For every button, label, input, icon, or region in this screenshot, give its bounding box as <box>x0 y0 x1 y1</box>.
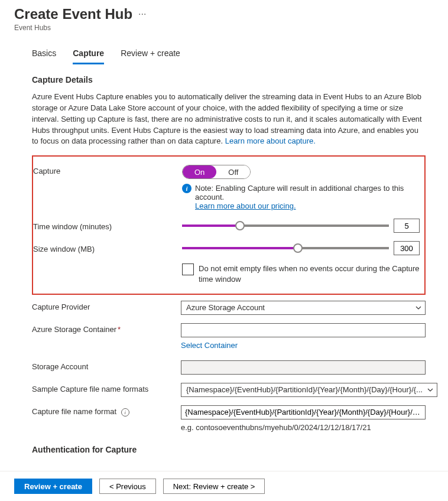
capture-note: Note: Enabling Capture will result in ad… <box>195 184 420 210</box>
size-window-value[interactable] <box>394 241 420 255</box>
capture-provider-select[interactable]: Azure Storage Account <box>181 301 426 315</box>
capture-note-text: Note: Enabling Capture will result in ad… <box>195 184 404 201</box>
tab-bar: Basics Capture Review + create <box>32 45 426 64</box>
time-window-slider[interactable] <box>182 220 389 232</box>
capture-toggle-on[interactable]: On <box>183 165 216 178</box>
select-container-link[interactable]: Select Container <box>181 341 238 350</box>
storage-account-label: Storage Account <box>32 360 181 371</box>
footer-bar: Review + create < Previous Next: Review … <box>0 471 448 501</box>
more-actions-icon[interactable]: ··· <box>138 9 146 19</box>
previous-button[interactable]: < Previous <box>99 479 156 494</box>
sample-format-label: Sample Capture file name formats <box>32 383 181 393</box>
time-window-value[interactable] <box>394 219 420 233</box>
emit-empty-files-checkbox[interactable] <box>182 263 194 275</box>
size-window-label: Size window (MB) <box>33 243 182 253</box>
section-description: Azure Event Hubs Capture enables you to … <box>32 92 426 147</box>
sample-format-select[interactable]: {Namespace}/{EventHub}/{PartitionId}/{Ye… <box>181 383 437 397</box>
tab-basics[interactable]: Basics <box>32 45 56 64</box>
capture-provider-value: Azure Storage Account <box>186 303 265 312</box>
capture-provider-label: Capture Provider <box>32 301 181 311</box>
storage-account-input <box>181 360 426 375</box>
tab-review-create[interactable]: Review + create <box>121 45 180 64</box>
time-window-label: Time window (minutes) <box>33 220 182 231</box>
file-format-label: Capture file name format i <box>32 405 181 417</box>
size-window-slider[interactable] <box>182 242 389 254</box>
capture-label: Capture <box>33 165 182 175</box>
capture-highlight-box: Capture On Off i Note: Enabling Capture … <box>32 155 426 294</box>
page-title: Create Event Hub <box>14 6 132 22</box>
sample-format-value: {Namespace}/{EventHub}/{PartitionId}/{Ye… <box>186 385 423 394</box>
review-create-button[interactable]: Review + create <box>14 479 92 494</box>
storage-container-label: Azure Storage Container* <box>32 323 181 334</box>
auth-section-heading: Authentication for Capture <box>32 445 426 454</box>
section-heading: Capture Details <box>32 75 426 84</box>
capture-toggle-off[interactable]: Off <box>216 165 250 178</box>
capture-toggle[interactable]: On Off <box>182 165 251 179</box>
next-button[interactable]: Next: Review + create > <box>163 479 265 494</box>
info-tooltip-icon[interactable]: i <box>121 408 129 417</box>
file-format-input[interactable] <box>181 405 426 419</box>
storage-container-input[interactable] <box>181 323 426 337</box>
tab-capture[interactable]: Capture <box>73 45 104 64</box>
info-icon: i <box>182 184 191 193</box>
pricing-link[interactable]: Learn more about our pricing. <box>195 201 296 210</box>
breadcrumb: Event Hubs <box>14 24 434 32</box>
emit-empty-files-label: Do not emit empty files when no events o… <box>199 263 420 285</box>
required-indicator: * <box>118 325 121 334</box>
learn-more-capture-link[interactable]: Learn more about capture. <box>225 136 316 145</box>
file-format-example: e.g. contosoeventhubns/myehub/0/2024/12/… <box>181 423 426 432</box>
